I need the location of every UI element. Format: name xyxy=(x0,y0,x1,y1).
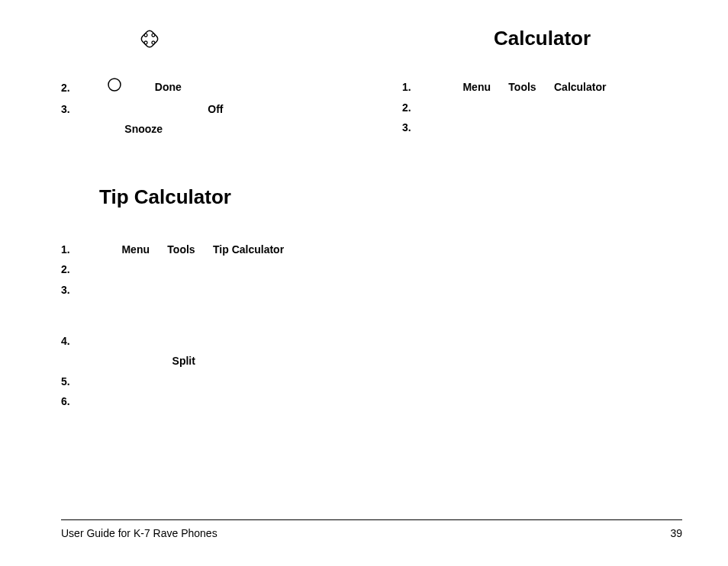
tip-calculator-heading: Tip Calculator xyxy=(99,185,341,209)
svg-point-3 xyxy=(143,33,148,37)
tools-label: Tools xyxy=(167,243,195,256)
step-content: Menu Tools Tip Calculator xyxy=(107,240,341,260)
snooze-label: Snooze xyxy=(124,123,163,135)
step-content: Snooze xyxy=(107,119,341,140)
footer-divider xyxy=(61,519,682,520)
two-column-layout: 2. Done 3. xyxy=(61,27,682,412)
step-number: 6. xyxy=(61,391,107,412)
tip-step-gap xyxy=(61,301,341,331)
svg-rect-0 xyxy=(140,29,159,48)
calc-step-1: 1. Menu Tools Calculator xyxy=(402,77,682,98)
tip-steps-list: 1. Menu Tools Tip Calculator 2. xyxy=(61,240,341,412)
tip-step-6: 6. xyxy=(61,391,341,412)
svg-point-4 xyxy=(151,40,156,45)
calc-steps-list: 1. Menu Tools Calculator 2. 3. xyxy=(402,77,682,138)
nav-diamond-icon xyxy=(137,27,162,54)
menu-label: Menu xyxy=(462,81,491,93)
tip-step-3: 3. xyxy=(61,280,341,301)
tip-step-1: 1. Menu Tools Tip Calculator xyxy=(61,240,341,260)
step-number: 5. xyxy=(61,371,107,392)
alarm-step-3: 3. Off xyxy=(61,99,341,120)
alarm-step-2: 2. Done xyxy=(61,77,341,99)
tip-step-2: 2. xyxy=(61,259,341,280)
step-number: 3. xyxy=(61,99,107,120)
document-page: 2. Done 3. xyxy=(0,0,728,566)
done-label: Done xyxy=(155,81,182,93)
svg-point-2 xyxy=(143,40,148,45)
page-number: 39 xyxy=(670,527,682,539)
svg-point-1 xyxy=(151,33,156,37)
tip-step-4-cont: Split xyxy=(61,351,341,371)
step-content: Menu Tools Calculator xyxy=(448,77,682,98)
left-column: 2. Done 3. xyxy=(61,27,341,412)
page-footer: User Guide for K-7 Rave Phones 39 xyxy=(61,527,682,539)
step-number: 2. xyxy=(61,259,107,280)
tip-step-4: 4. xyxy=(61,331,341,352)
step-number: 1. xyxy=(402,77,448,98)
step-content: Done xyxy=(107,77,341,99)
step-number: 3. xyxy=(61,280,107,301)
footer-title: User Guide for K-7 Rave Phones xyxy=(61,527,217,539)
alarm-step-3-cont: Snooze xyxy=(61,119,341,140)
alarm-steps-list: 2. Done 3. xyxy=(61,77,341,140)
calculator-heading: Calculator xyxy=(402,27,682,50)
step-content: Off xyxy=(107,99,341,120)
calc-step-3: 3. xyxy=(402,117,682,138)
tools-label: Tools xyxy=(508,81,536,93)
ok-circle-icon xyxy=(107,77,122,99)
split-label: Split xyxy=(172,355,195,367)
svg-point-5 xyxy=(108,79,121,91)
step-number: 2. xyxy=(402,98,448,118)
off-label: Off xyxy=(208,103,223,115)
tip-calculator-section: Tip Calculator 1. Menu Tools Tip Calcula… xyxy=(61,185,341,412)
step-number: 3. xyxy=(402,117,448,138)
step-content: Split xyxy=(107,351,341,371)
step-number: 1. xyxy=(61,240,107,260)
calculator-label: Calculator xyxy=(554,81,606,93)
step-number: 4. xyxy=(61,331,107,352)
step-number: 2. xyxy=(61,78,107,98)
tip-calculator-label: Tip Calculator xyxy=(213,243,284,256)
menu-label: Menu xyxy=(121,243,150,256)
tip-step-5: 5. xyxy=(61,371,341,392)
calc-step-2: 2. xyxy=(402,98,682,118)
right-column: Calculator 1. Menu Tools Calculator xyxy=(402,27,682,412)
